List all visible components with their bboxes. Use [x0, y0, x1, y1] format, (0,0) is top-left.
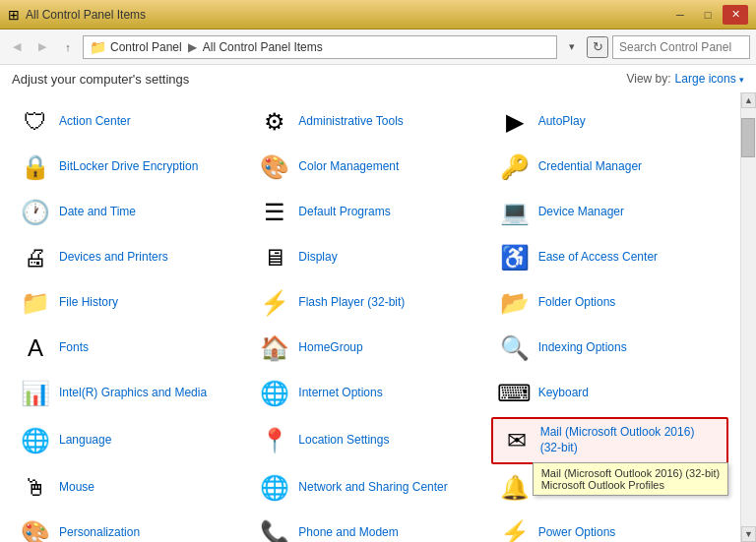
viewby-value: Large icons — [675, 72, 736, 86]
breadcrumb-all-items[interactable]: All Control Panel Items — [203, 40, 323, 54]
address-field[interactable]: 📁 Control Panel ▶ All Control Panel Item… — [83, 35, 557, 59]
item-mail[interactable]: ✉ Mail (Microsoft Outlook 2016) (32-bit)… — [491, 417, 728, 464]
item-location[interactable]: 📍 Location Settings — [251, 417, 488, 464]
item-admin-tools[interactable]: ⚙ Administrative Tools — [251, 100, 488, 144]
search-input[interactable] — [613, 38, 756, 56]
label-folder-options: Folder Options — [538, 295, 616, 311]
maximize-button[interactable]: □ — [695, 5, 721, 25]
item-color-mgmt[interactable]: 🎨 Color Management — [251, 146, 488, 189]
tooltip-line2: Microsoft Outlook Profiles — [541, 479, 721, 491]
icon-intel-graphics: 📊 — [20, 378, 51, 409]
scroll-track[interactable] — [741, 108, 756, 526]
close-button[interactable]: ✕ — [723, 5, 748, 25]
items-area: 🛡 Action Center ⚙ Administrative Tools ▶… — [0, 92, 740, 542]
scroll-down-button[interactable]: ▼ — [741, 526, 756, 542]
icon-autoplay: ▶ — [499, 106, 531, 138]
label-color-mgmt: Color Management — [298, 159, 399, 175]
breadcrumb-control-panel[interactable]: Control Panel — [110, 40, 182, 54]
icon-power: ⚡ — [499, 517, 531, 542]
item-device-mgr[interactable]: 💻 Device Manager — [491, 191, 728, 234]
back-button[interactable]: ◀ — [6, 36, 28, 58]
label-autoplay: AutoPlay — [538, 114, 586, 130]
item-indexing[interactable]: 🔍 Indexing Options — [491, 327, 728, 370]
item-language[interactable]: 🌐 Language — [12, 417, 249, 464]
label-location: Location Settings — [298, 433, 389, 449]
item-action-center[interactable]: 🛡 Action Center — [12, 100, 249, 144]
label-device-mgr: Device Manager — [538, 205, 624, 220]
item-file-history[interactable]: 📁 File History — [12, 281, 249, 325]
item-keyboard[interactable]: ⌨ Keyboard — [491, 372, 728, 415]
item-autoplay[interactable]: ▶ AutoPlay — [491, 100, 728, 144]
scroll-up-button[interactable]: ▲ — [741, 92, 756, 108]
icon-mouse: 🖱 — [20, 472, 51, 504]
icon-color-mgmt: 🎨 — [259, 151, 290, 183]
label-internet-options: Internet Options — [298, 386, 382, 401]
forward-button[interactable]: ▶ — [32, 36, 53, 58]
view-by-control: View by: Large icons ▾ — [626, 72, 744, 86]
item-fonts[interactable]: A Fonts — [12, 327, 249, 370]
item-personalization[interactable]: 🎨 Personalization — [12, 512, 249, 542]
icon-flash: ⚡ — [259, 287, 290, 319]
label-indexing: Indexing Options — [538, 340, 627, 356]
label-personalization: Personalization — [59, 525, 140, 541]
icon-internet-options: 🌐 — [259, 378, 290, 409]
icon-file-history: 📁 — [20, 287, 51, 319]
minimize-button[interactable]: ─ — [667, 5, 693, 25]
scrollbar[interactable]: ▲ ▼ — [740, 92, 756, 542]
icon-keyboard: ⌨ — [499, 378, 531, 409]
item-homegroup[interactable]: 🏠 HomeGroup — [251, 327, 488, 370]
items-grid: 🛡 Action Center ⚙ Administrative Tools ▶… — [12, 100, 728, 542]
icon-admin-tools: ⚙ — [259, 106, 290, 138]
item-credential[interactable]: 🔑 Credential Manager — [491, 146, 728, 189]
label-language: Language — [59, 433, 111, 449]
icon-device-mgr: 💻 — [499, 197, 531, 228]
refresh-button[interactable]: ↻ — [587, 36, 608, 58]
label-power: Power Options — [538, 525, 616, 541]
item-internet-options[interactable]: 🌐 Internet Options — [251, 372, 488, 415]
label-intel-graphics: Intel(R) Graphics and Media — [59, 386, 207, 401]
viewby-dropdown[interactable]: Large icons ▾ — [675, 72, 744, 86]
icon-location: 📍 — [259, 425, 290, 456]
up-button[interactable]: ↑ — [57, 36, 79, 58]
item-power[interactable]: ⚡ Power Options — [491, 512, 728, 542]
label-credential: Credential Manager — [538, 159, 642, 175]
item-mouse[interactable]: 🖱 Mouse — [12, 466, 249, 510]
tooltip-popup: Mail (Microsoft Outlook 2016) (32-bit) M… — [533, 462, 729, 496]
item-display[interactable]: 🖥 Display — [251, 236, 488, 279]
label-keyboard: Keyboard — [538, 386, 589, 401]
icon-language: 🌐 — [20, 425, 51, 456]
item-ease-access[interactable]: ♿ Ease of Access Center — [491, 236, 728, 279]
window-controls: ─ □ ✕ — [667, 5, 748, 25]
icon-indexing: 🔍 — [499, 332, 531, 364]
label-display: Display — [298, 250, 337, 266]
item-datetime[interactable]: 🕐 Date and Time — [12, 191, 249, 234]
item-default-progs[interactable]: ☰ Default Programs — [251, 191, 488, 234]
item-intel-graphics[interactable]: 📊 Intel(R) Graphics and Media — [12, 372, 249, 415]
title-bar: ⊞ All Control Panel Items ─ □ ✕ — [0, 0, 756, 30]
item-devices-printers[interactable]: 🖨 Devices and Printers — [12, 236, 249, 279]
icon-personalization: 🎨 — [20, 517, 51, 542]
icon-action-center: 🛡 — [20, 106, 51, 138]
label-default-progs: Default Programs — [298, 205, 390, 220]
icon-credential: 🔑 — [499, 151, 531, 183]
label-admin-tools: Administrative Tools — [298, 114, 404, 130]
scroll-thumb[interactable] — [741, 118, 755, 157]
top-bar: Adjust your computer's settings View by:… — [0, 65, 756, 92]
viewby-label: View by: — [626, 72, 670, 86]
label-file-history: File History — [59, 295, 118, 311]
main-content: 🛡 Action Center ⚙ Administrative Tools ▶… — [0, 92, 756, 542]
item-network[interactable]: 🌐 Network and Sharing Center — [251, 466, 488, 510]
adjust-label: Adjust your computer's settings — [12, 72, 189, 87]
item-phone-modem[interactable]: 📞 Phone and Modem — [251, 512, 488, 542]
tooltip-line1: Mail (Microsoft Outlook 2016) (32-bit) — [541, 467, 721, 479]
search-box[interactable]: 🔍 — [612, 35, 750, 59]
item-folder-options[interactable]: 📂 Folder Options — [491, 281, 728, 325]
dropdown-button[interactable]: ▾ — [561, 36, 583, 58]
label-mail: Mail (Microsoft Outlook 2016) (32-bit) — [540, 425, 719, 455]
window-icon: ⊞ — [8, 7, 20, 23]
item-flash[interactable]: ⚡ Flash Player (32-bit) — [251, 281, 488, 325]
label-flash: Flash Player (32-bit) — [298, 295, 405, 311]
item-bitlocker[interactable]: 🔒 BitLocker Drive Encryption — [12, 146, 249, 189]
viewby-chevron: ▾ — [739, 75, 744, 85]
icon-phone-modem: 📞 — [259, 517, 290, 542]
